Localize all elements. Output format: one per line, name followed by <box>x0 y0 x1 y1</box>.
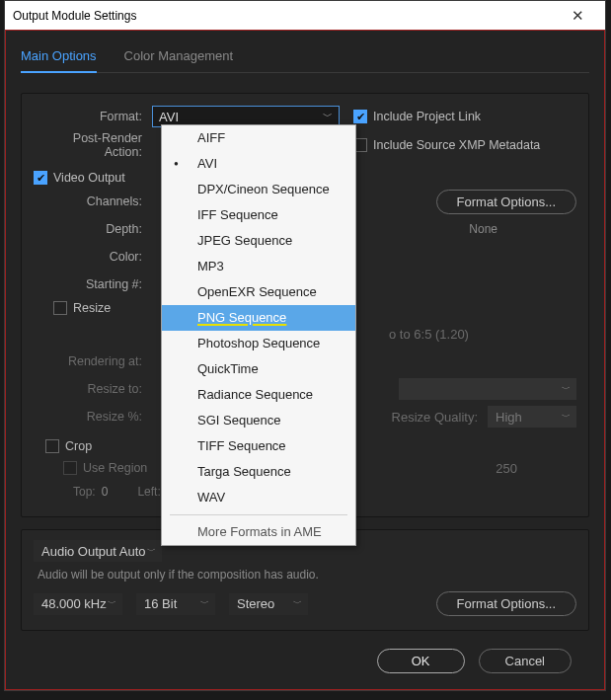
audio-channels-select[interactable]: Stereo﹀ <box>229 593 308 615</box>
chevron-down-icon: ﹀ <box>562 411 571 424</box>
chevron-down-icon: ﹀ <box>147 545 156 558</box>
resize-to-select[interactable]: ﹀ <box>399 378 576 400</box>
format-option-wav[interactable]: WAV <box>162 485 355 510</box>
format-option-aiff[interactable]: AIFF <box>162 125 355 151</box>
video-format-options-button[interactable]: Format Options... <box>436 190 576 214</box>
format-option-radiance[interactable]: Radiance Sequence <box>162 382 355 408</box>
close-icon[interactable]: ✕ <box>558 2 597 30</box>
include-project-link-checkbox[interactable]: ✔ Include Project Link <box>353 110 481 123</box>
channels-label: Channels: <box>34 194 152 208</box>
format-dropdown[interactable]: AIFF AVI DPX/Cineon Sequence IFF Sequenc… <box>161 124 356 546</box>
color-label: Color: <box>34 250 152 264</box>
format-option-tiff[interactable]: TIFF Sequence <box>162 433 355 459</box>
rendering-at-label: Rendering at: <box>34 354 152 368</box>
video-output-label: Video Output <box>53 171 125 185</box>
use-region-checkbox[interactable]: Use Region <box>63 461 147 475</box>
starting-label: Starting #: <box>34 277 152 291</box>
format-option-dpx[interactable]: DPX/Cineon Sequence <box>162 177 355 202</box>
cancel-button[interactable]: Cancel <box>479 649 572 673</box>
chevron-down-icon: ﹀ <box>562 383 571 396</box>
resize-quality-value: High <box>496 410 522 425</box>
dropdown-separator <box>170 514 347 515</box>
audio-format-options-button[interactable]: Format Options... <box>436 591 576 616</box>
codec-none-text: None <box>469 222 497 236</box>
audio-depth-select[interactable]: 16 Bit﹀ <box>136 593 215 615</box>
check-icon: ✔ <box>34 171 47 185</box>
format-option-targa[interactable]: Targa Sequence <box>162 459 355 485</box>
format-option-sgi[interactable]: SGI Sequence <box>162 408 355 433</box>
include-project-link-label: Include Project Link <box>373 110 481 123</box>
resize-label: Resize <box>73 301 111 315</box>
depth-label: Depth: <box>34 222 152 236</box>
format-option-mp3[interactable]: MP3 <box>162 254 355 279</box>
tabs: Main Options Color Management <box>21 48 589 73</box>
include-xmp-label: Include Source XMP Metadata <box>373 138 540 152</box>
audio-note: Audio will be output only if the composi… <box>38 568 576 582</box>
crop-size-hint: 250 <box>496 461 517 476</box>
chevron-down-icon: ﹀ <box>108 597 116 610</box>
chevron-down-icon: ﹀ <box>200 597 209 610</box>
format-option-quicktime[interactable]: QuickTime <box>162 356 355 382</box>
titlebar: Output Module Settings ✕ <box>5 1 605 31</box>
check-icon: ✔ <box>353 110 367 123</box>
include-xmp-checkbox[interactable]: Include Source XMP Metadata <box>353 138 540 152</box>
format-option-jpeg[interactable]: JPEG Sequence <box>162 228 355 254</box>
use-region-label: Use Region <box>83 461 147 475</box>
format-option-openexr[interactable]: OpenEXR Sequence <box>162 279 355 305</box>
tab-main-options[interactable]: Main Options <box>21 48 97 73</box>
dialog-title: Output Module Settings <box>13 9 136 23</box>
crop-label: Crop <box>65 439 92 453</box>
format-option-png[interactable]: PNG Sequence <box>162 305 355 331</box>
aspect-hint: o to 6:5 (1.20) <box>389 327 469 342</box>
resize-to-label: Resize to: <box>34 382 152 396</box>
resize-quality-select[interactable]: High ﹀ <box>488 406 576 428</box>
checkbox-icon <box>53 301 67 315</box>
chevron-down-icon: ﹀ <box>323 110 333 123</box>
audio-mode-value: Audio Output Auto <box>41 544 146 559</box>
tab-color-management[interactable]: Color Management <box>124 48 234 72</box>
audio-output-mode-select[interactable]: Audio Output Auto ﹀ <box>34 540 162 562</box>
resize-quality-label: Resize Quality: <box>392 410 478 425</box>
post-render-label: Post-Render Action: <box>34 131 152 159</box>
audio-rate-select[interactable]: 48.000 kHz﹀ <box>34 593 122 615</box>
dialog-footer: OK Cancel <box>21 643 589 673</box>
format-option-more-ame[interactable]: More Formats in AME <box>162 519 355 545</box>
format-label: Format: <box>34 110 152 123</box>
chevron-down-icon: ﹀ <box>293 597 302 610</box>
format-option-avi[interactable]: AVI <box>162 151 355 177</box>
format-value: AVI <box>159 110 179 124</box>
format-option-photoshop[interactable]: Photoshop Sequence <box>162 331 355 356</box>
checkbox-icon <box>63 461 77 475</box>
checkbox-icon <box>45 439 59 453</box>
ok-button[interactable]: OK <box>377 649 465 673</box>
format-option-iff[interactable]: IFF Sequence <box>162 202 355 228</box>
resize-pct-label: Resize %: <box>34 410 152 424</box>
